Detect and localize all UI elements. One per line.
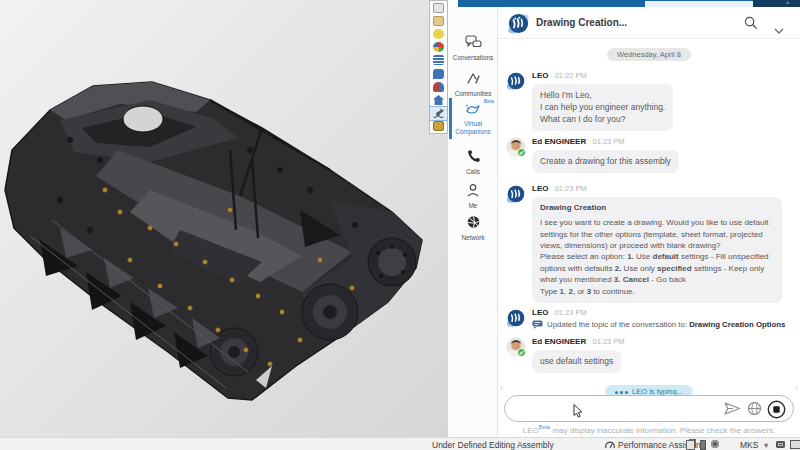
sender-row: LEO 01:23 PM: [532, 184, 794, 194]
calls-icon: [466, 149, 481, 163]
gear-icon[interactable]: [711, 440, 719, 450]
units-selector[interactable]: MKS: [740, 440, 758, 450]
chat-sidebar: Conversations Communities Beta Virtual C…: [448, 7, 498, 437]
message-input[interactable]: [517, 396, 701, 423]
titlebar-caret-icon: ^: [786, 0, 789, 7]
compass-icon[interactable]: [430, 1, 447, 14]
message-time: 01:23 PM: [555, 308, 587, 317]
sender-name: Ed ENGINEER: [532, 337, 586, 346]
sender-row: Ed ENGINEER 01:23 PM: [532, 137, 794, 147]
table-icon[interactable]: [430, 54, 447, 67]
sidebar-item-me[interactable]: Me: [448, 183, 498, 210]
date-pill: Wednesday, April 8: [607, 48, 691, 61]
sidebar-label: Virtual Companions: [448, 120, 498, 136]
message-bubble: use default settings: [532, 350, 621, 373]
sender-name: LEO: [532, 184, 548, 193]
date-separator: Wednesday, April 8: [498, 43, 800, 61]
message-time: 01:22 PM: [555, 71, 587, 80]
sidebar-item-network[interactable]: Network: [448, 215, 498, 242]
sidebar-item-calls[interactable]: Calls: [448, 149, 498, 176]
message-time: 01:23 PM: [592, 137, 624, 146]
sidebar-label: Network: [448, 234, 498, 242]
message-topic-update: LEO 01:23 PM Updated the topic of the co…: [506, 308, 794, 329]
typing-dot: [625, 391, 628, 394]
typing-dot: [620, 391, 623, 394]
sidebar-label: Conversations: [448, 54, 498, 62]
sidebar-item-virtual-companions[interactable]: Beta Virtual Companions: [448, 101, 498, 136]
sender-row: Ed ENGINEER 01:23 PM: [532, 337, 794, 347]
stop-icon[interactable]: [767, 400, 786, 423]
me-icon: [465, 183, 481, 197]
leo-avatar: [506, 308, 526, 332]
conversations-icon: [465, 35, 482, 49]
communities-icon: [465, 71, 482, 85]
units-caret-icon[interactable]: ▾: [764, 440, 768, 450]
titlebar-searchbox-strip: [645, 0, 753, 7]
chat-panel: Drawing Creation... Wednesday, April 8: [498, 7, 800, 437]
topic-event-line: Updated the topic of the conversation to…: [532, 320, 794, 329]
message-leo-greeting: LEO 01:22 PM Hello I'm Leo,I can help yo…: [506, 71, 794, 131]
send-icon[interactable]: [723, 401, 741, 420]
ed-avatar: [506, 137, 526, 161]
editing-mode-label: Editing Assembly: [489, 440, 554, 450]
chat-title: Drawing Creation...: [536, 17, 627, 28]
typing-dot: [615, 391, 618, 394]
gauge-icon: [605, 440, 615, 450]
messages-icon[interactable]: [430, 67, 447, 80]
message-rich-text: I see you want to create a drawing. Woul…: [540, 217, 774, 297]
sidebar-label: Calls: [448, 168, 498, 176]
active-indicator-bar: [449, 98, 452, 139]
disclaimer-text: LEOBeta may display inaccurate informati…: [498, 424, 800, 435]
sidebar-label: Communities: [448, 90, 498, 98]
titlebar-strip-right: [753, 0, 800, 7]
search-icon[interactable]: [744, 16, 758, 34]
sidebar-item-conversations[interactable]: Conversations: [448, 35, 498, 62]
folder-icon[interactable]: [430, 14, 447, 27]
leo-avatar: [506, 71, 526, 95]
sidebar-item-communities[interactable]: Communities: [448, 71, 498, 98]
topic-bubble-icon: [532, 320, 543, 329]
copy-icon[interactable]: [686, 440, 695, 450]
message-title: Drawing Creation: [540, 202, 774, 213]
topic-event-text: Updated the topic of the conversation to…: [547, 320, 785, 329]
status-bar: Under Defined Editing Assembly Performan…: [0, 437, 800, 450]
ed-avatar: [506, 337, 526, 361]
titlebar-strip: [458, 0, 645, 7]
cad-viewport[interactable]: [0, 0, 448, 437]
sender-name: Ed ENGINEER: [532, 137, 586, 146]
home-icon[interactable]: [430, 93, 447, 106]
monitor-icon[interactable]: [790, 440, 800, 450]
assembly-3d-model: [0, 0, 448, 437]
message-input-row: [504, 395, 794, 422]
chevron-down-icon[interactable]: [774, 20, 784, 38]
contacts-icon[interactable]: [430, 80, 447, 93]
message-time: 01:23 PM: [555, 184, 587, 193]
globe-icon[interactable]: [747, 401, 762, 420]
swym-face-icon[interactable]: [430, 27, 447, 40]
app-dock: [429, 0, 448, 134]
sender-row: LEO 01:22 PM: [532, 71, 794, 81]
message-bubble: Hello I'm Leo,I can help you engineer an…: [532, 84, 673, 131]
network-icon: [466, 215, 481, 229]
message-time: 01:23 PM: [592, 337, 624, 346]
message-ed-confirm: Ed ENGINEER 01:23 PM use default setting…: [506, 337, 794, 373]
robot-assistant-icon[interactable]: [430, 107, 447, 120]
message-bubble: Drawing Creation I see you want to creat…: [532, 197, 782, 303]
battery-icon[interactable]: [700, 440, 706, 450]
constraint-state-label: Under Defined: [432, 440, 487, 450]
toolbox-icon[interactable]: [430, 120, 447, 133]
sender-name: LEO: [532, 71, 548, 80]
browser-wheel-icon[interactable]: [430, 41, 447, 54]
message-ed-request: Ed ENGINEER 01:23 PM Create a drawing fo…: [506, 137, 794, 173]
camera-icon[interactable]: [776, 440, 785, 450]
message-leo-options: LEO 01:23 PM Drawing Creation I see you …: [506, 184, 794, 303]
leo-avatar: [506, 184, 526, 208]
sender-name: LEO: [532, 308, 548, 317]
message-bubble: Create a drawing for this assembly: [532, 150, 679, 173]
beta-badge: Beta: [484, 98, 494, 104]
virtual-companions-icon: [465, 102, 482, 115]
chat-header: Drawing Creation...: [498, 7, 800, 39]
sender-row: LEO 01:23 PM: [532, 308, 794, 318]
leo-logo-icon: [507, 12, 530, 39]
sidebar-label: Me: [448, 202, 498, 210]
